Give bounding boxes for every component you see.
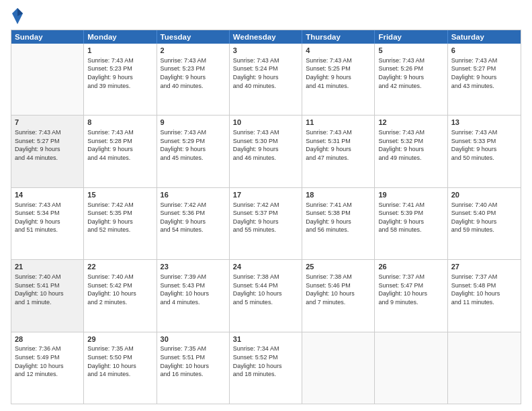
day-number: 5 bbox=[378, 46, 443, 56]
day-number: 21 bbox=[15, 262, 80, 272]
cell-details: Sunrise: 7:37 AM Sunset: 5:47 PM Dayligh… bbox=[378, 273, 443, 306]
cell-details: Sunrise: 7:42 AM Sunset: 5:37 PM Dayligh… bbox=[233, 201, 298, 234]
day-number: 23 bbox=[161, 262, 226, 272]
cell-details: Sunrise: 7:43 AM Sunset: 5:25 PM Dayligh… bbox=[306, 56, 371, 90]
day-number: 24 bbox=[233, 262, 298, 272]
calendar-cell: 8Sunrise: 7:43 AM Sunset: 5:28 PM Daylig… bbox=[84, 116, 157, 187]
calendar-body: 1Sunrise: 7:43 AM Sunset: 5:23 PM Daylig… bbox=[11, 44, 521, 404]
cell-details: Sunrise: 7:35 AM Sunset: 5:50 PM Dayligh… bbox=[87, 345, 152, 378]
day-number: 12 bbox=[378, 118, 443, 128]
day-number: 22 bbox=[87, 262, 152, 272]
day-number: 8 bbox=[87, 118, 152, 128]
calendar-cell: 18Sunrise: 7:41 AM Sunset: 5:38 PM Dayli… bbox=[302, 188, 375, 259]
calendar-header-cell: Tuesday bbox=[157, 30, 230, 44]
cell-details: Sunrise: 7:43 AM Sunset: 5:32 PM Dayligh… bbox=[378, 128, 443, 162]
day-number: 18 bbox=[306, 190, 371, 200]
calendar-cell bbox=[11, 44, 84, 115]
calendar-header: SundayMondayTuesdayWednesdayThursdayFrid… bbox=[11, 30, 521, 44]
calendar-header-cell: Sunday bbox=[11, 30, 84, 44]
calendar-cell: 31Sunrise: 7:34 AM Sunset: 5:52 PM Dayli… bbox=[230, 332, 302, 404]
day-number: 28 bbox=[15, 334, 80, 345]
cell-details: Sunrise: 7:43 AM Sunset: 5:31 PM Dayligh… bbox=[306, 128, 371, 162]
calendar-row: 14Sunrise: 7:43 AM Sunset: 5:34 PM Dayli… bbox=[11, 187, 521, 259]
calendar-cell: 9Sunrise: 7:43 AM Sunset: 5:29 PM Daylig… bbox=[157, 116, 230, 187]
page: SundayMondayTuesdayWednesdayThursdayFrid… bbox=[0, 0, 532, 411]
calendar-cell: 29Sunrise: 7:35 AM Sunset: 5:50 PM Dayli… bbox=[84, 332, 157, 404]
calendar-cell: 26Sunrise: 7:37 AM Sunset: 5:47 PM Dayli… bbox=[375, 260, 447, 331]
calendar-cell: 22Sunrise: 7:40 AM Sunset: 5:42 PM Dayli… bbox=[84, 260, 157, 331]
day-number: 15 bbox=[87, 190, 152, 200]
cell-details: Sunrise: 7:38 AM Sunset: 5:46 PM Dayligh… bbox=[306, 273, 371, 306]
cell-details: Sunrise: 7:41 AM Sunset: 5:38 PM Dayligh… bbox=[306, 201, 371, 234]
day-number: 11 bbox=[306, 118, 371, 128]
cell-details: Sunrise: 7:43 AM Sunset: 5:30 PM Dayligh… bbox=[233, 128, 298, 162]
cell-details: Sunrise: 7:40 AM Sunset: 5:42 PM Dayligh… bbox=[87, 273, 152, 306]
calendar-cell: 19Sunrise: 7:41 AM Sunset: 5:39 PM Dayli… bbox=[375, 188, 447, 259]
logo bbox=[11, 7, 27, 26]
day-number: 1 bbox=[87, 46, 152, 56]
day-number: 25 bbox=[306, 262, 371, 272]
cell-details: Sunrise: 7:43 AM Sunset: 5:29 PM Dayligh… bbox=[161, 128, 226, 162]
cell-details: Sunrise: 7:36 AM Sunset: 5:49 PM Dayligh… bbox=[15, 345, 80, 378]
calendar: SundayMondayTuesdayWednesdayThursdayFrid… bbox=[11, 30, 521, 404]
cell-details: Sunrise: 7:43 AM Sunset: 5:27 PM Dayligh… bbox=[451, 56, 517, 90]
cell-details: Sunrise: 7:39 AM Sunset: 5:43 PM Dayligh… bbox=[161, 273, 226, 306]
cell-details: Sunrise: 7:43 AM Sunset: 5:23 PM Dayligh… bbox=[161, 56, 226, 90]
calendar-cell: 27Sunrise: 7:37 AM Sunset: 5:48 PM Dayli… bbox=[448, 260, 521, 331]
calendar-cell: 1Sunrise: 7:43 AM Sunset: 5:23 PM Daylig… bbox=[84, 44, 157, 115]
cell-details: Sunrise: 7:43 AM Sunset: 5:24 PM Dayligh… bbox=[233, 56, 298, 90]
day-number: 2 bbox=[161, 46, 226, 56]
calendar-row: 7Sunrise: 7:43 AM Sunset: 5:27 PM Daylig… bbox=[11, 115, 521, 187]
cell-details: Sunrise: 7:43 AM Sunset: 5:27 PM Dayligh… bbox=[15, 128, 80, 162]
cell-details: Sunrise: 7:42 AM Sunset: 5:36 PM Dayligh… bbox=[161, 201, 226, 234]
calendar-row: 21Sunrise: 7:40 AM Sunset: 5:41 PM Dayli… bbox=[11, 259, 521, 331]
cell-details: Sunrise: 7:37 AM Sunset: 5:48 PM Dayligh… bbox=[451, 273, 517, 306]
calendar-header-cell: Thursday bbox=[302, 30, 375, 44]
day-number: 19 bbox=[378, 190, 443, 200]
day-number: 16 bbox=[161, 190, 226, 200]
calendar-cell: 20Sunrise: 7:40 AM Sunset: 5:40 PM Dayli… bbox=[448, 188, 521, 259]
calendar-cell: 2Sunrise: 7:43 AM Sunset: 5:23 PM Daylig… bbox=[157, 44, 230, 115]
calendar-cell: 25Sunrise: 7:38 AM Sunset: 5:46 PM Dayli… bbox=[302, 260, 375, 331]
calendar-cell bbox=[448, 332, 521, 404]
cell-details: Sunrise: 7:43 AM Sunset: 5:28 PM Dayligh… bbox=[87, 128, 152, 162]
calendar-cell: 24Sunrise: 7:38 AM Sunset: 5:44 PM Dayli… bbox=[230, 260, 302, 331]
cell-details: Sunrise: 7:38 AM Sunset: 5:44 PM Dayligh… bbox=[233, 273, 298, 306]
day-number: 4 bbox=[306, 46, 371, 56]
calendar-cell: 23Sunrise: 7:39 AM Sunset: 5:43 PM Dayli… bbox=[157, 260, 230, 331]
calendar-cell: 3Sunrise: 7:43 AM Sunset: 5:24 PM Daylig… bbox=[230, 44, 302, 115]
calendar-header-cell: Friday bbox=[375, 30, 447, 44]
calendar-cell: 10Sunrise: 7:43 AM Sunset: 5:30 PM Dayli… bbox=[230, 116, 302, 187]
cell-details: Sunrise: 7:35 AM Sunset: 5:51 PM Dayligh… bbox=[161, 345, 226, 378]
day-number: 9 bbox=[161, 118, 226, 128]
calendar-cell: 16Sunrise: 7:42 AM Sunset: 5:36 PM Dayli… bbox=[157, 188, 230, 259]
cell-details: Sunrise: 7:42 AM Sunset: 5:35 PM Dayligh… bbox=[87, 201, 152, 234]
day-number: 3 bbox=[233, 46, 298, 56]
calendar-header-cell: Saturday bbox=[448, 30, 521, 44]
calendar-cell: 21Sunrise: 7:40 AM Sunset: 5:41 PM Dayli… bbox=[11, 260, 84, 331]
calendar-cell: 17Sunrise: 7:42 AM Sunset: 5:37 PM Dayli… bbox=[230, 188, 302, 259]
cell-details: Sunrise: 7:43 AM Sunset: 5:34 PM Dayligh… bbox=[15, 201, 80, 234]
cell-details: Sunrise: 7:43 AM Sunset: 5:33 PM Dayligh… bbox=[451, 128, 517, 162]
logo-icon bbox=[11, 7, 24, 26]
calendar-cell: 5Sunrise: 7:43 AM Sunset: 5:26 PM Daylig… bbox=[375, 44, 447, 115]
calendar-cell: 4Sunrise: 7:43 AM Sunset: 5:25 PM Daylig… bbox=[302, 44, 375, 115]
header bbox=[11, 7, 521, 26]
day-number: 6 bbox=[451, 46, 517, 56]
calendar-header-cell: Wednesday bbox=[230, 30, 302, 44]
cell-details: Sunrise: 7:40 AM Sunset: 5:40 PM Dayligh… bbox=[451, 201, 517, 234]
calendar-cell: 28Sunrise: 7:36 AM Sunset: 5:49 PM Dayli… bbox=[11, 332, 84, 404]
calendar-cell: 13Sunrise: 7:43 AM Sunset: 5:33 PM Dayli… bbox=[448, 116, 521, 187]
calendar-header-cell: Monday bbox=[84, 30, 157, 44]
day-number: 10 bbox=[233, 118, 298, 128]
calendar-row: 28Sunrise: 7:36 AM Sunset: 5:49 PM Dayli… bbox=[11, 332, 521, 404]
day-number: 27 bbox=[451, 262, 517, 272]
calendar-cell: 15Sunrise: 7:42 AM Sunset: 5:35 PM Dayli… bbox=[84, 188, 157, 259]
day-number: 14 bbox=[15, 190, 80, 200]
day-number: 26 bbox=[378, 262, 443, 272]
calendar-cell: 11Sunrise: 7:43 AM Sunset: 5:31 PM Dayli… bbox=[302, 116, 375, 187]
day-number: 7 bbox=[15, 118, 80, 128]
calendar-row: 1Sunrise: 7:43 AM Sunset: 5:23 PM Daylig… bbox=[11, 44, 521, 115]
day-number: 20 bbox=[451, 190, 517, 200]
day-number: 30 bbox=[161, 334, 226, 345]
